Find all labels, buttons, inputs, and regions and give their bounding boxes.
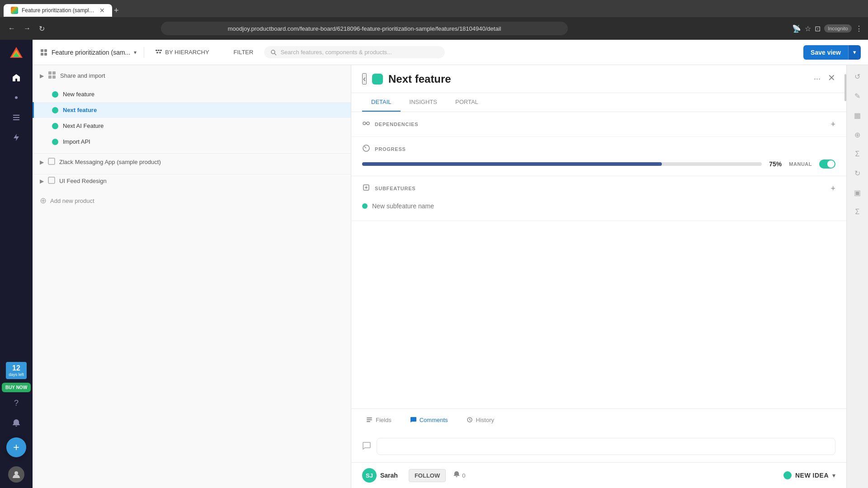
ui-label: UI Feed Redesign <box>59 178 107 184</box>
back-button-detail[interactable]: ‹ <box>362 73 367 84</box>
sidebar-icon-home[interactable] <box>7 69 25 87</box>
feature-area: ▶ Share and import New feature Next feat… <box>33 65 868 488</box>
right-icon-sync[interactable]: ↺ <box>851 69 864 84</box>
feature-item-ai[interactable]: Next AI Feature <box>33 118 351 134</box>
star-icon[interactable]: ☆ <box>805 24 811 33</box>
sidebar-icon-notifications[interactable] <box>7 414 25 432</box>
right-icon-sigma[interactable]: Σ <box>852 146 863 162</box>
svg-rect-6 <box>13 119 19 120</box>
sidebar-icon-help[interactable]: ? <box>7 394 25 412</box>
tab-insights[interactable]: INSIGHTS <box>401 93 446 112</box>
tab-fields-label: Fields <box>376 417 392 423</box>
buy-now-button[interactable]: BUY NOW <box>2 383 31 392</box>
right-icon-sum[interactable]: Σ <box>852 204 863 220</box>
svg-point-26 <box>367 122 369 125</box>
detail-title: Next feature <box>388 73 805 85</box>
subfeatures-add-button[interactable]: + <box>830 184 835 193</box>
expand-arrow-share: ▶ <box>40 73 44 79</box>
tab-fields[interactable]: Fields <box>362 414 395 425</box>
tab-history-label: History <box>476 417 494 423</box>
comment-input[interactable] <box>377 438 835 455</box>
dependencies-title: DEPENDENCIES <box>375 122 418 127</box>
dependencies-icon <box>362 119 370 129</box>
follow-button[interactable]: FOLLOW <box>409 469 446 482</box>
save-view-button[interactable]: Save view <box>803 45 848 60</box>
tab-close-icon[interactable]: ✕ <box>99 7 105 14</box>
user-avatar[interactable] <box>8 466 24 483</box>
ui-group-header[interactable]: ▶ UI Feed Redesign <box>33 174 351 191</box>
filter-button[interactable]: FILTER <box>220 47 257 58</box>
subfeature-name-input[interactable] <box>372 202 835 210</box>
sidebar-icon-ideas[interactable] <box>7 89 25 107</box>
feature-dot-import <box>52 139 58 145</box>
detail-panel: ‹ Next feature ··· ✕ DETAIL INSIGHTS POR… <box>351 65 846 488</box>
browser-tab[interactable]: Feature prioritization (sample) - ✕ <box>4 4 112 17</box>
feature-list-inner: ▶ Share and import New feature Next feat… <box>33 65 351 210</box>
new-idea-dropdown-arrow[interactable]: ▾ <box>832 472 835 479</box>
expand-arrow-ui: ▶ <box>40 178 44 184</box>
share-import-group-header[interactable]: ▶ Share and import <box>33 65 351 86</box>
zlack-group-header[interactable]: ▶ Zlack Messaging App (sample product) <box>33 153 351 172</box>
feature-name-new: New feature <box>63 91 94 98</box>
group-icon-ui <box>47 176 56 186</box>
right-icon-add[interactable]: ⊕ <box>851 127 864 143</box>
tab-comments[interactable]: Comments <box>406 414 452 425</box>
main-content: Feature prioritization (sam... ▾ BY HIER… <box>33 40 868 488</box>
sidebar-icon-flash[interactable] <box>7 128 25 146</box>
menu-icon[interactable]: ⋮ <box>855 24 863 33</box>
svg-rect-11 <box>44 53 47 56</box>
tab-history[interactable]: History <box>462 414 498 425</box>
subfeature-input-row <box>362 199 835 213</box>
close-detail-button[interactable]: ✕ <box>828 72 835 85</box>
comment-icon <box>362 441 371 452</box>
cast-icon[interactable]: 📡 <box>792 24 801 33</box>
new-tab-button[interactable]: + <box>114 6 119 15</box>
zlack-label: Zlack Messaging App (sample product) <box>59 159 161 165</box>
expand-arrow-zlack: ▶ <box>40 159 44 165</box>
feature-item-import[interactable]: Import API <box>33 134 351 150</box>
tab-portal[interactable]: PORTAL <box>446 93 487 112</box>
manual-toggle[interactable] <box>819 160 835 169</box>
reload-button[interactable]: ↻ <box>36 23 47 35</box>
app: 12 days left BUY NOW ? + Feature priorit… <box>0 40 868 488</box>
progress-header: PROGRESS <box>362 144 835 154</box>
toggle-knob <box>827 160 835 168</box>
more-options-button[interactable]: ··· <box>810 72 824 85</box>
extension-icon[interactable]: ⊡ <box>815 24 821 33</box>
new-idea-dot <box>783 471 792 479</box>
feature-item-next[interactable]: Next feature <box>33 102 351 118</box>
right-icon-grid[interactable]: ▦ <box>850 108 864 123</box>
add-fab-button[interactable]: + <box>6 437 26 457</box>
sidebar-icon-list[interactable] <box>7 108 25 127</box>
hierarchy-button[interactable]: BY HIERARCHY <box>151 47 212 58</box>
user-name: Sarah <box>380 472 398 479</box>
dependencies-add-button[interactable]: + <box>830 120 835 129</box>
svg-point-3 <box>15 96 18 99</box>
board-title-arrow: ▾ <box>134 49 137 56</box>
back-button[interactable]: ← <box>5 23 18 34</box>
feature-item-new[interactable]: New feature <box>33 86 351 102</box>
right-icon-table[interactable]: ▣ <box>850 185 864 201</box>
progress-icon <box>362 144 370 154</box>
add-product-icon: ⊕ <box>40 196 47 206</box>
add-product-label: Add new product <box>50 197 94 204</box>
tab-bar: Feature prioritization (sample) - ✕ + <box>0 0 868 17</box>
dependencies-section: DEPENDENCIES + <box>351 112 846 137</box>
save-view-group: Save view ▾ <box>803 45 861 60</box>
add-product-button[interactable]: ⊕ Add new product <box>33 191 351 210</box>
progress-bar-container[interactable] <box>362 162 762 166</box>
tab-detail[interactable]: DETAIL <box>362 93 401 112</box>
forward-button[interactable]: → <box>21 23 33 34</box>
save-view-dropdown[interactable]: ▾ <box>848 45 861 60</box>
board-title[interactable]: Feature prioritization (sam... ▾ <box>40 48 137 56</box>
url-input[interactable] <box>161 22 568 35</box>
right-icon-rotate[interactable]: ↻ <box>851 165 864 181</box>
svg-point-17 <box>271 50 275 54</box>
share-import-label: Share and import <box>60 72 105 79</box>
feature-name-ai: Next AI Feature <box>63 122 104 129</box>
right-icon-edit[interactable]: ✎ <box>851 88 864 104</box>
group-icon-share <box>47 70 57 81</box>
search-box[interactable]: Search features, components & products..… <box>264 46 445 58</box>
scroll-thumb[interactable] <box>844 74 846 101</box>
comment-area <box>351 431 846 462</box>
